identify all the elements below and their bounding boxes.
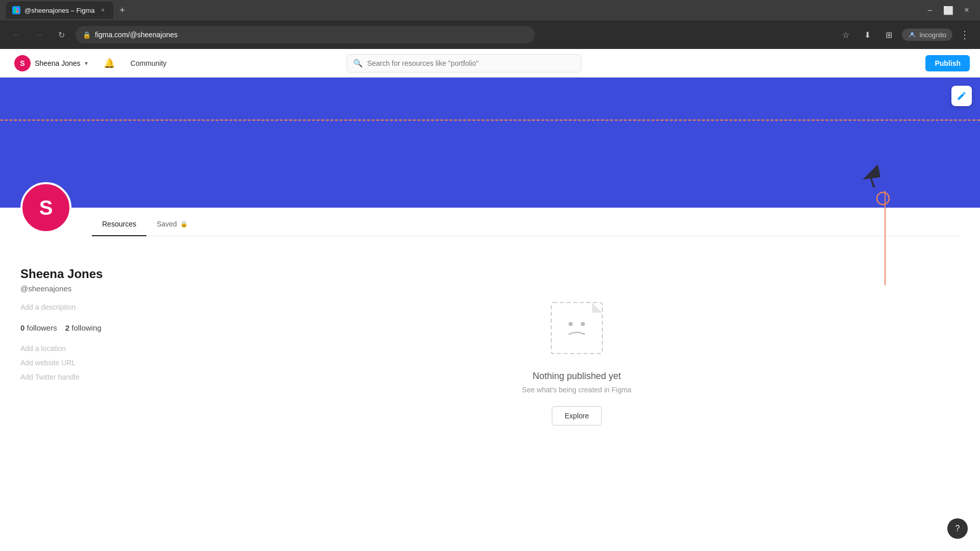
add-location-prompt[interactable]: Add a location: [20, 344, 174, 353]
edit-cover-button[interactable]: [951, 86, 972, 106]
profile-tabs: Resources Saved 🔒: [92, 213, 960, 236]
refresh-button[interactable]: ↻: [53, 27, 69, 43]
pencil-icon: [957, 91, 967, 101]
tab-close-btn[interactable]: ×: [99, 6, 107, 14]
extensions-button[interactable]: ⊞: [880, 27, 897, 43]
dashed-line-decoration: [0, 119, 980, 121]
explore-button[interactable]: Explore: [552, 406, 601, 425]
nav-avatar: S: [14, 55, 31, 71]
community-link[interactable]: Community: [127, 57, 171, 69]
nav-username: Sheena Jones: [35, 59, 81, 67]
tab-favicon: [12, 6, 20, 14]
annotation-circle: [875, 191, 891, 206]
svg-point-4: [569, 322, 573, 326]
incognito-badge: Incognito: [902, 29, 952, 41]
close-button[interactable]: ×: [960, 3, 974, 17]
lock-icon: 🔒: [83, 31, 91, 39]
search-input[interactable]: [367, 59, 575, 67]
profile-name: Sheena Jones: [20, 267, 174, 281]
tab-title: @sheenajones – Figma: [24, 7, 95, 14]
cover-banner: S: [0, 78, 980, 208]
browser-toolbar: ← → ↻ 🔒 figma.com/@sheenajones ☆ ⬇ ⊞ Inc…: [0, 20, 980, 49]
window-controls: – ⬜ ×: [923, 3, 974, 17]
profile-stats: 0 followers 2 following: [20, 323, 174, 332]
address-text: figma.com/@sheenajones: [95, 31, 178, 39]
forward-button[interactable]: →: [31, 27, 47, 43]
cursor-arrow-icon: [852, 154, 893, 195]
svg-point-0: [911, 32, 914, 35]
download-button[interactable]: ⬇: [859, 27, 875, 43]
empty-subtitle: See what's being created in Figma: [522, 386, 631, 394]
svg-point-5: [581, 322, 585, 326]
orange-circle-annotation: [875, 191, 891, 208]
maximize-button[interactable]: ⬜: [941, 3, 955, 17]
annotation-vertical-line: [885, 191, 886, 285]
add-website-prompt[interactable]: Add website URL: [20, 359, 174, 367]
svg-point-2: [877, 192, 889, 205]
profile-avatar-wrapper: S: [20, 182, 71, 233]
notification-button[interactable]: 🔔: [100, 54, 118, 72]
figma-nav: S Sheena Jones ▾ 🔔 Community 🔍 Publish: [0, 49, 980, 78]
browser-tab-bar: @sheenajones – Figma × + – ⬜ ×: [0, 0, 980, 20]
browser-chrome: @sheenajones – Figma × + – ⬜ × ← → ↻ 🔒 f…: [0, 0, 980, 49]
more-button[interactable]: ⋮: [958, 29, 972, 41]
incognito-icon: [908, 31, 916, 39]
profile-body: Resources Saved 🔒 Sheena Jones @sheenajo…: [0, 213, 980, 446]
profile-info-section: Sheena Jones @sheenajones Add a descript…: [20, 267, 960, 446]
chevron-down-icon: ▾: [85, 60, 88, 67]
help-button[interactable]: ?: [947, 518, 968, 539]
new-tab-button[interactable]: +: [115, 3, 130, 17]
active-tab[interactable]: @sheenajones – Figma ×: [6, 2, 113, 19]
followers-stat[interactable]: 0 followers: [20, 323, 57, 332]
bookmark-button[interactable]: ☆: [838, 27, 854, 43]
lock-icon: 🔒: [180, 220, 188, 228]
empty-title: Nothing published yet: [532, 371, 621, 382]
add-twitter-prompt[interactable]: Add Twitter handle: [20, 373, 174, 381]
svg-marker-1: [863, 164, 880, 187]
publish-button[interactable]: Publish: [925, 55, 970, 71]
following-stat[interactable]: 2 following: [65, 323, 102, 332]
address-bar[interactable]: 🔒 figma.com/@sheenajones: [76, 26, 535, 43]
figma-app: S Sheena Jones ▾ 🔔 Community 🔍 Publish: [0, 49, 980, 551]
profile-avatar-large: S: [20, 182, 71, 233]
back-button[interactable]: ←: [8, 27, 24, 43]
profile-content: S Resources Saved 🔒 Sheena Jones: [0, 78, 980, 551]
search-icon: 🔍: [353, 59, 363, 68]
search-bar[interactable]: 🔍: [347, 54, 581, 72]
add-description-prompt[interactable]: Add a description: [20, 303, 174, 311]
tab-resources[interactable]: Resources: [92, 213, 146, 236]
minimize-button[interactable]: –: [923, 3, 937, 17]
empty-state-icon: [546, 297, 607, 359]
tab-saved[interactable]: Saved 🔒: [146, 213, 198, 236]
incognito-label: Incognito: [919, 31, 946, 39]
profile-handle: @sheenajones: [20, 284, 174, 293]
user-menu-button[interactable]: S Sheena Jones ▾: [10, 53, 92, 73]
toolbar-actions: ☆ ⬇ ⊞ Incognito ⋮: [838, 27, 972, 43]
empty-state-panel: Nothing published yet See what's being c…: [194, 277, 960, 446]
profile-left-panel: Sheena Jones @sheenajones Add a descript…: [20, 267, 174, 446]
